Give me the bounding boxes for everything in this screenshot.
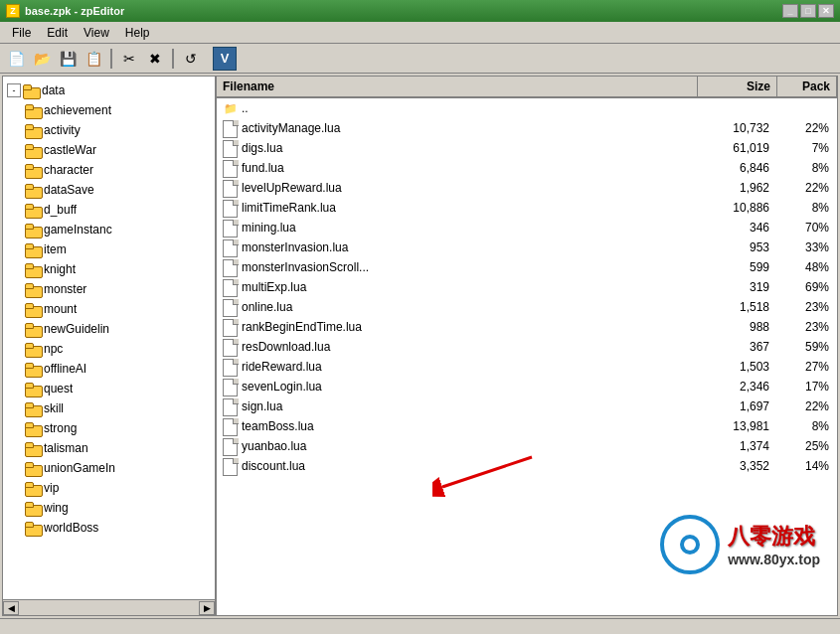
file-pack: 17% [777, 380, 837, 394]
tree-node-newGuidelin[interactable]: newGuidelin [3, 319, 215, 339]
file-pack: 14% [777, 459, 837, 473]
tree-node-d_buff[interactable]: d_buff [3, 200, 215, 220]
toolbar-separator-2 [172, 49, 174, 69]
folder-icon-data [23, 84, 39, 97]
tree-node-dataSave[interactable]: dataSave [3, 180, 215, 200]
tree-node-achievement[interactable]: achievement [3, 100, 215, 120]
file-row[interactable]: rankBeginEndTime.lua 988 23% [217, 317, 837, 337]
folder-icon-worldBoss [25, 522, 41, 535]
file-row[interactable]: 📁 .. [217, 98, 837, 118]
file-row[interactable]: limitTimeRank.lua 10,886 8% [217, 198, 837, 218]
save-button[interactable]: 💾 [56, 47, 80, 71]
tree-node-character[interactable]: character [3, 160, 215, 180]
file-row[interactable]: sevenLogin.lua 2,346 17% [217, 377, 837, 396]
file-size: 10,732 [698, 121, 777, 135]
file-row[interactable]: monsterInvasionScroll... 599 48% [217, 257, 837, 277]
new-button[interactable]: 📄 [4, 47, 28, 71]
tree-scroll[interactable]: - data achievement activity castleWar ch… [3, 77, 215, 599]
tree-node-activity[interactable]: activity [3, 120, 215, 140]
menu-file[interactable]: File [4, 24, 39, 42]
toolbar: 📄 📂 💾 📋 ✂ ✖ ↺ V [0, 44, 840, 74]
file-size: 1,962 [698, 181, 777, 195]
tree-label-strong: strong [44, 421, 77, 435]
file-name: monsterInvasion.lua [242, 240, 698, 254]
minimize-button[interactable]: _ [782, 4, 798, 18]
undo-button[interactable]: ↺ [179, 47, 203, 71]
tree-hscroll[interactable]: ◀ ▶ [3, 599, 215, 615]
tree-node-castleWar[interactable]: castleWar [3, 140, 215, 160]
tree-expander-data[interactable]: - [7, 83, 21, 97]
file-size: 61,019 [698, 141, 777, 155]
file-row[interactable]: digs.lua 61,019 7% [217, 138, 837, 158]
file-row[interactable]: monsterInvasion.lua 953 33% [217, 238, 837, 257]
file-row[interactable]: yuanbao.lua 1,374 25% [217, 436, 837, 456]
close-button[interactable]: ✕ [818, 4, 834, 18]
tree-node-knight[interactable]: knight [3, 259, 215, 279]
tree-node-vip[interactable]: vip [3, 478, 215, 498]
file-pack: 70% [777, 221, 837, 235]
tree-label-achievement: achievement [44, 103, 111, 117]
tree-node-worldBoss[interactable]: worldBoss [3, 518, 215, 538]
file-row[interactable]: sign.lua 1,697 22% [217, 396, 837, 416]
lua-file-icon [223, 398, 239, 414]
lua-file-icon [223, 180, 239, 196]
file-size: 953 [698, 240, 777, 254]
hscroll-left[interactable]: ◀ [3, 601, 19, 615]
file-size: 599 [698, 260, 777, 274]
tree-node-skill[interactable]: skill [3, 398, 215, 418]
file-list[interactable]: 📁 .. activityManage.lua 10,732 22% digs.… [217, 98, 837, 615]
file-name: yuanbao.lua [242, 439, 698, 453]
file-row[interactable]: discount.lua 3,352 14% [217, 456, 837, 476]
file-name: digs.lua [242, 141, 698, 155]
folder-icon-talisman [25, 442, 41, 455]
saveas-button[interactable]: 📋 [82, 47, 105, 71]
tree-node-gameInstanc[interactable]: gameInstanc [3, 220, 215, 239]
v-button[interactable]: V [213, 47, 237, 71]
file-pack: 25% [777, 439, 837, 453]
file-pack: 8% [777, 419, 837, 433]
file-name: fund.lua [242, 161, 698, 175]
tree-node-quest[interactable]: quest [3, 379, 215, 398]
menu-edit[interactable]: Edit [39, 24, 76, 42]
tree-node-talisman[interactable]: talisman [3, 438, 215, 458]
header-pack[interactable]: Pack [777, 77, 837, 96]
file-row[interactable]: multiExp.lua 319 69% [217, 277, 837, 297]
open-button[interactable]: 📂 [30, 47, 54, 71]
file-row[interactable]: online.lua 1,518 23% [217, 297, 837, 317]
folder-icon-character [25, 164, 41, 177]
file-pack: 8% [777, 201, 837, 215]
tree-node-data[interactable]: - data [3, 80, 215, 100]
delete-button[interactable]: ✖ [143, 47, 167, 71]
file-row[interactable]: resDownload.lua 367 59% [217, 337, 837, 357]
lua-file-icon [223, 239, 239, 255]
cut-button[interactable]: ✂ [117, 47, 141, 71]
tree-node-unionGameIn[interactable]: unionGameIn [3, 458, 215, 478]
file-row[interactable]: fund.lua 6,846 8% [217, 158, 837, 178]
file-row[interactable]: mining.lua 346 70% [217, 218, 837, 238]
file-row[interactable]: activityManage.lua 10,732 22% [217, 118, 837, 138]
header-filename[interactable]: Filename [217, 77, 698, 96]
maximize-button[interactable]: □ [800, 4, 816, 18]
header-size[interactable]: Size [698, 77, 777, 96]
tree-node-wing[interactable]: wing [3, 498, 215, 518]
tree-label-castleWar: castleWar [44, 143, 96, 157]
tree-node-mount[interactable]: mount [3, 299, 215, 319]
tree-node-npc[interactable]: npc [3, 339, 215, 359]
hscroll-right[interactable]: ▶ [199, 601, 215, 615]
file-size: 13,981 [698, 419, 777, 433]
menu-help[interactable]: Help [117, 24, 158, 42]
file-size: 1,518 [698, 300, 777, 314]
file-row[interactable]: teamBoss.lua 13,981 8% [217, 416, 837, 436]
tree-node-monster[interactable]: monster [3, 279, 215, 299]
tree-label-talisman: talisman [44, 441, 88, 455]
tree-label-vip: vip [44, 481, 59, 495]
folder-icon-mount [25, 303, 41, 316]
tree-node-item[interactable]: item [3, 239, 215, 259]
file-row[interactable]: rideReward.lua 1,503 27% [217, 357, 837, 377]
menu-view[interactable]: View [76, 24, 117, 42]
file-row[interactable]: levelUpReward.lua 1,962 22% [217, 178, 837, 198]
tree-node-strong[interactable]: strong [3, 418, 215, 438]
tree-node-offlineAI[interactable]: offlineAI [3, 359, 215, 379]
file-pack: 23% [777, 300, 837, 314]
file-name: resDownload.lua [242, 340, 698, 354]
